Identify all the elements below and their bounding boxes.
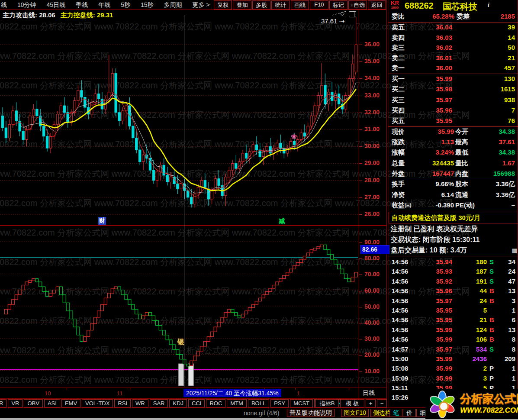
order-row: 卖三36.0250 (388, 42, 518, 53)
tick-cell: 13 (508, 286, 515, 296)
menu-item[interactable]: 10分钟 (17, 1, 36, 9)
axis-tick (359, 45, 362, 45)
stat-row: 现价35.99今开34.38 (388, 126, 518, 137)
axis-tick (359, 197, 362, 198)
toolbar-button[interactable]: 画线 (291, 0, 309, 10)
status-file: none.gif (4/6) (244, 410, 280, 417)
indicator-tab-cci[interactable]: CCI (188, 399, 205, 407)
signal-tag-jian: 减 (279, 217, 285, 225)
panel-toggle-icon[interactable] (349, 11, 356, 17)
signal-tag-yin: 银 (177, 338, 184, 347)
indicator-tab-obv[interactable]: OBV (24, 399, 42, 407)
tick-list[interactable]: 14:5635.94180S3414:5635.93187S2414:5635.… (388, 257, 518, 403)
buy-queue: 买一35.99130买二35.981615买三35.97938买四35.967买… (388, 74, 518, 127)
indicator-tab-roc[interactable]: ROC (206, 399, 225, 407)
axis-tick (359, 214, 362, 215)
period-menu: 线10分钟45日线季线年线5秒15秒多周期更多 > (1, 1, 210, 9)
stat-cell: 最低 (455, 147, 468, 158)
high-price-annotation: 37.61 ⇢ (321, 17, 344, 25)
tick-cell: 5 (483, 306, 487, 315)
indicator-tab-wr[interactable]: WR (132, 399, 148, 407)
menu-item[interactable]: 15秒 (141, 1, 154, 9)
indicator-tab-kdj[interactable]: KDJ (169, 399, 187, 407)
stat-cell: 156988 (493, 168, 515, 179)
price-chart[interactable] (0, 10, 359, 388)
order-cell: 卖五 (392, 22, 405, 32)
toolbar-button[interactable]: 标记 (329, 0, 347, 10)
menu-item[interactable]: 线 (1, 1, 7, 9)
axis-tick (359, 146, 362, 147)
stat-cell: 3.36亿 (496, 190, 515, 200)
tick-cell: 14:56 (392, 277, 408, 286)
order-cell: 35.97 (436, 95, 452, 105)
after-hours-row: 盘后交易量: 10 额: 3.4万 ▥ (388, 246, 518, 256)
stat-row: 涨跌1.13最高37.61 (388, 137, 518, 147)
main-axis-label: 31.00 (364, 126, 386, 132)
stock-code[interactable]: 688262 (405, 1, 434, 11)
menu-item[interactable]: 45日线 (47, 1, 66, 9)
zoom-in-button[interactable]: + (366, 399, 376, 407)
indicator-tab-rsi[interactable]: RSI (114, 399, 131, 407)
main-axis-label: 34.00 (364, 74, 386, 81)
stock-header: KR1000 688262 国芯科技 i (388, 0, 518, 11)
stat-cell: 涨跌 (392, 137, 405, 147)
indicator-tab-emv[interactable]: EMV (61, 399, 80, 407)
axis-tick (359, 78, 362, 79)
tick-cell: 47 (508, 277, 515, 286)
main-axis-label: 36.00 (364, 41, 386, 48)
tab-template[interactable]: 模 板 (340, 399, 364, 407)
promo-banner[interactable]: 自动续费通达信普及版 30元/月 (389, 212, 518, 223)
indicator-tab-mcst[interactable]: MCST (290, 399, 313, 407)
tick-cell: 2 (483, 364, 487, 373)
sub-axis-label: 90.00 (364, 239, 386, 246)
toolbar-button[interactable]: 返回 (368, 0, 386, 10)
toolbar-button[interactable]: 复权 (214, 0, 232, 10)
indicator-tab-r[interactable]: R (0, 399, 6, 407)
menu-item[interactable]: 多周期 (164, 1, 182, 9)
stat-cell: 换手 (392, 179, 405, 190)
period-label[interactable]: 日线 (363, 389, 375, 397)
stat-cell: 34.38 (499, 147, 515, 158)
toolbar-button[interactable]: +自选 (348, 0, 367, 10)
indicator-tab-asi[interactable]: ASI (44, 399, 60, 407)
tick-row: 14:5635.92191S47 (388, 277, 518, 286)
indicator-tab-mtm[interactable]: MTM (227, 399, 247, 407)
chart-icon[interactable]: ▥ (512, 247, 517, 254)
order-cell: 938 (504, 95, 515, 105)
menu-item[interactable]: 更多 > (193, 1, 210, 9)
indicator-tab-sar[interactable]: SAR (150, 399, 168, 407)
diamond-icon[interactable]: ◇ (340, 10, 344, 16)
axis-tick (359, 129, 362, 130)
indicator-tab-vol-tdx[interactable]: VOL-TDX (82, 399, 113, 407)
divider (0, 398, 386, 399)
indicator-tab-boll[interactable]: BOLL (248, 399, 269, 407)
indicator-tab-vr[interactable]: VR (8, 399, 23, 407)
axis-tick (359, 372, 362, 372)
tab-indicator-b[interactable]: 指标B (315, 399, 339, 407)
sell-queue: 卖五36.0439卖四36.0314卖三36.0250卖二36.0121卖一36… (388, 22, 518, 74)
menu-item[interactable]: 季线 (76, 1, 88, 9)
menu-item[interactable]: 5秒 (121, 1, 130, 9)
tick-cell: 35.95 (436, 306, 452, 315)
weibi-row: 委比 65.28% 委差 2185 (388, 11, 518, 23)
info-icon[interactable]: i (488, 2, 489, 9)
tick-cell: 13 (508, 325, 515, 335)
tick-row: 14:5635.99106B8 (388, 335, 518, 344)
order-cell: 卖三 (392, 42, 405, 53)
indicator-tab-psy[interactable]: PSY (270, 399, 289, 407)
toolbar-button[interactable]: 统计 (271, 0, 290, 10)
tick-cell: 35.93 (436, 267, 452, 276)
f10-button[interactable]: 图文F10 (341, 409, 369, 417)
toolbar-button[interactable]: F10 (310, 0, 328, 10)
menu-item[interactable]: 年线 (98, 1, 110, 9)
toolbar-button[interactable]: 多股 (252, 0, 270, 10)
zoom-out-button[interactable]: − (377, 399, 387, 407)
order-cell: 买五 (392, 116, 405, 126)
order-cell: 买四 (392, 105, 405, 116)
help-button[interactable]: 普及版功能说明 (287, 409, 335, 417)
axis-tick (359, 291, 362, 291)
main-axis-label: 30.00 (364, 142, 386, 149)
order-row: 卖四36.0314 (388, 32, 518, 43)
stat-row: 收益㈢-0.390PE(动)– (388, 200, 518, 211)
toolbar-button[interactable]: 叠加 (233, 0, 251, 10)
